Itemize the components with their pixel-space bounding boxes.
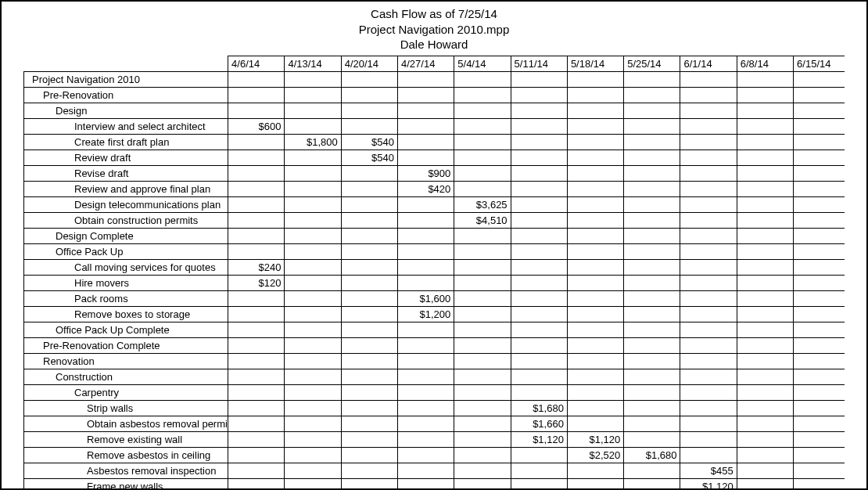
value-cell (794, 212, 845, 228)
value-cell (737, 478, 793, 490)
value-cell (454, 322, 511, 337)
value-cell (454, 118, 511, 134)
value-cell (398, 337, 454, 353)
value-cell (737, 87, 793, 103)
value-cell (737, 416, 793, 431)
value-cell (341, 463, 397, 478)
value-cell (794, 447, 845, 463)
value-cell (794, 118, 845, 134)
value-cell (680, 337, 737, 353)
task-name-cell: Carpentry (24, 384, 228, 400)
table-row: Create first draft plan$1,800$540 (24, 134, 845, 150)
value-cell (454, 275, 511, 290)
value-cell (737, 134, 793, 150)
value-cell (341, 447, 397, 463)
value-cell (398, 478, 454, 490)
table-row: Obtain asbestos removal permit$1,660 (24, 416, 845, 431)
value-cell (624, 369, 680, 384)
value-cell (737, 196, 793, 212)
date-col-header: 5/4/14 (454, 56, 511, 71)
table-row: Remove existing wall$1,120$1,120 (24, 431, 845, 447)
value-cell (228, 87, 285, 103)
value-cell (567, 134, 623, 150)
value-cell (680, 353, 737, 369)
value-cell (624, 228, 680, 243)
value-cell (680, 306, 737, 322)
task-name-cell: Pre-Renovation Complete (24, 337, 228, 353)
value-cell (567, 384, 623, 400)
date-col-header: 4/20/14 (341, 56, 397, 71)
value-cell (737, 447, 793, 463)
value-cell (398, 400, 454, 416)
value-cell (737, 384, 793, 400)
value-cell (624, 384, 680, 400)
task-name-cell: Revise draft (24, 165, 228, 181)
value-cell (228, 228, 285, 243)
date-col-header: 5/11/14 (511, 56, 567, 71)
value-cell (454, 243, 511, 259)
value-cell (680, 369, 737, 384)
value-cell (567, 416, 623, 431)
value-cell (624, 322, 680, 337)
value-cell (567, 290, 623, 306)
value-cell (511, 118, 567, 134)
value-cell (511, 384, 567, 400)
value-cell (285, 87, 341, 103)
value-cell (680, 118, 737, 134)
report-author: Dale Howard (2, 37, 866, 52)
value-cell (228, 306, 285, 322)
value-cell (511, 212, 567, 228)
value-cell (737, 353, 793, 369)
table-header-row: 4/6/144/13/144/20/144/27/145/4/145/11/14… (24, 56, 845, 71)
value-cell (398, 463, 454, 478)
task-name-cell: Obtain asbestos removal permit (24, 416, 228, 431)
value-cell (285, 228, 341, 243)
table-row: Office Pack Up Complete (24, 322, 845, 337)
value-cell (624, 478, 680, 490)
value-cell (341, 181, 397, 196)
task-name-cell: Design Complete (24, 228, 228, 243)
value-cell (511, 150, 567, 165)
value-cell (228, 478, 285, 490)
value-cell (794, 259, 845, 275)
value-cell (228, 431, 285, 447)
value-cell (228, 353, 285, 369)
value-cell (624, 259, 680, 275)
value-cell (228, 181, 285, 196)
value-cell (341, 369, 397, 384)
task-name-cell: Strip walls (24, 400, 228, 416)
value-cell: $420 (398, 181, 454, 196)
value-cell (285, 400, 341, 416)
value-cell (737, 259, 793, 275)
value-cell (285, 478, 341, 490)
value-cell (454, 353, 511, 369)
value-cell (341, 400, 397, 416)
value-cell (228, 400, 285, 416)
table-row: Asbestos removal inspection$455 (24, 463, 845, 478)
value-cell (398, 243, 454, 259)
value-cell (398, 150, 454, 165)
value-cell (454, 87, 511, 103)
value-cell (680, 87, 737, 103)
task-name-cell: Remove boxes to storage (24, 306, 228, 322)
value-cell (624, 306, 680, 322)
value-cell (794, 322, 845, 337)
value-cell (567, 400, 623, 416)
value-cell (794, 478, 845, 490)
value-cell (794, 431, 845, 447)
value-cell (511, 369, 567, 384)
value-cell (341, 290, 397, 306)
task-name-cell: Obtain construction permits (24, 212, 228, 228)
value-cell: $2,520 (567, 447, 623, 463)
value-cell (624, 353, 680, 369)
value-cell (398, 196, 454, 212)
table-row: Renovation (24, 353, 845, 369)
task-name-header (24, 56, 228, 71)
value-cell (624, 275, 680, 290)
value-cell (285, 306, 341, 322)
value-cell (228, 103, 285, 118)
date-col-header: 4/27/14 (398, 56, 454, 71)
value-cell (680, 431, 737, 447)
value-cell (285, 103, 341, 118)
value-cell (737, 275, 793, 290)
